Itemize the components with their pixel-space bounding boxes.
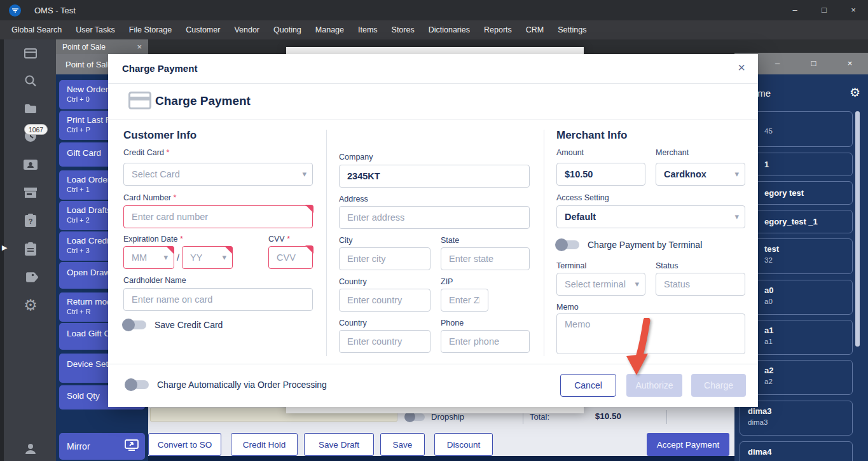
address-input[interactable] (339, 206, 530, 229)
cardholder-name-label: Cardholder Name (123, 276, 186, 285)
accept-payment-button[interactable]: Accept Payment (647, 433, 729, 456)
clipboard-question-icon[interactable]: ? (22, 212, 39, 230)
company-input[interactable] (339, 165, 530, 188)
status-input[interactable] (656, 273, 745, 296)
menu-global-search[interactable]: Global Search (4, 20, 69, 39)
store-icon[interactable] (22, 184, 39, 202)
country2-input[interactable] (339, 330, 431, 353)
status-strip (148, 456, 734, 461)
inner-restore-icon[interactable]: □ (796, 53, 832, 74)
minimize-icon[interactable]: – (780, 0, 809, 20)
chevron-down-icon: ▾ (734, 169, 739, 179)
menu-reports[interactable]: Reports (477, 20, 519, 39)
country-label: Country (339, 277, 367, 286)
toggle-track (123, 320, 146, 329)
status-label: Status (656, 261, 678, 270)
menu-user-tasks[interactable]: User Tasks (69, 20, 122, 39)
close-icon[interactable]: × (839, 0, 868, 20)
terminal-toggle[interactable]: Charge Payment by Terminal (556, 240, 702, 250)
clipboard-list-icon[interactable] (22, 240, 39, 258)
required-mark: * (287, 235, 290, 244)
toggle-track (556, 240, 579, 249)
sidebar-gear-icon[interactable]: ⚙ (850, 85, 860, 100)
tag-icon[interactable] (22, 268, 39, 286)
chevron-down-icon: ▾ (734, 212, 739, 221)
amount-label: Amount (556, 148, 584, 157)
menu-crm[interactable]: CRM (519, 20, 551, 39)
menu-vendor[interactable]: Vendor (227, 20, 266, 39)
save-draft-button[interactable]: Save Draft (304, 433, 374, 456)
card-number-wrap (123, 205, 313, 228)
menu-dictionaries[interactable]: Dictionaries (422, 20, 477, 39)
city-label: City (339, 236, 353, 245)
mirror-button[interactable]: Mirror (59, 433, 145, 460)
merchant-label: Merchant (656, 148, 689, 157)
folder-icon[interactable] (22, 100, 39, 118)
country-input[interactable] (339, 289, 431, 312)
chevron-down-icon: ▾ (635, 279, 639, 289)
total-label: Total: (530, 412, 549, 422)
amount-input[interactable] (556, 163, 645, 186)
windows-icon[interactable] (22, 45, 39, 62)
cardholder-name-input[interactable] (123, 288, 313, 311)
toggle-knob (125, 378, 137, 391)
cancel-button[interactable]: Cancel (560, 374, 616, 397)
merchant-select[interactable]: Cardknox ▾ (656, 163, 745, 186)
expiration-month-select[interactable]: MM ▾ (123, 246, 174, 269)
card-number-input[interactable] (123, 205, 313, 228)
save-button[interactable]: Save (380, 433, 425, 456)
chevron-down-icon: ▾ (302, 169, 307, 179)
company-label: Company (339, 153, 373, 162)
credit-card-select[interactable]: Select Card ▾ (123, 163, 313, 186)
sidebar-scrollbar[interactable] (855, 111, 860, 347)
zip-label: ZIP (441, 277, 453, 286)
menu-customer[interactable]: Customer (179, 20, 227, 39)
contact-card-icon[interactable] (22, 156, 39, 174)
tab-close-icon[interactable]: × (137, 42, 142, 52)
customer-info-column: Customer Info Credit Card * Select Card … (123, 54, 313, 407)
menu-items[interactable]: Items (351, 20, 385, 39)
gear-icon[interactable]: ⚙ (22, 296, 39, 314)
expiration-date-label: Expiration Date * (123, 235, 183, 244)
charge-button[interactable]: Charge (691, 374, 746, 397)
discount-button[interactable]: Discount (434, 433, 493, 456)
maximize-icon[interactable]: □ (809, 0, 839, 20)
app-logo-icon (9, 4, 21, 17)
search-icon[interactable] (22, 72, 39, 90)
task-count-badge: 1067 (24, 124, 48, 135)
tab-point-of-sale[interactable]: Point of Sale × (56, 39, 148, 54)
dropship-toggle[interactable]: Dropship (406, 412, 464, 422)
menu-stores[interactable]: Stores (385, 20, 422, 39)
state-input[interactable] (441, 247, 530, 270)
expand-panel-icon[interactable]: ▶ (2, 244, 7, 252)
merchant-info-heading: Merchant Info (556, 129, 627, 142)
terminal-label: Terminal (556, 261, 586, 270)
save-credit-card-toggle[interactable]: Save Credit Card (123, 320, 223, 330)
card-number-label: Card Number * (123, 193, 176, 202)
convert-to-so-button[interactable]: Convert to SO (148, 433, 221, 456)
user-icon[interactable] (22, 440, 39, 458)
category-tile[interactable]: dima4 (740, 441, 853, 461)
required-mark: * (180, 235, 183, 244)
title-bar: OMS - Test – □ × (0, 0, 868, 20)
access-setting-select[interactable]: Default ▾ (556, 205, 745, 228)
credit-hold-button[interactable]: Credit Hold (231, 433, 298, 456)
country2-label: Country (339, 319, 367, 327)
auto-charge-toggle[interactable]: Charge Automatically via Order Processin… (126, 380, 327, 390)
phone-input[interactable] (441, 330, 530, 353)
menu-quoting[interactable]: Quoting (266, 20, 308, 39)
city-input[interactable] (339, 247, 431, 270)
zip-input[interactable] (441, 289, 488, 312)
menu-file-storage[interactable]: File Storage (122, 20, 179, 39)
menu-settings[interactable]: Settings (551, 20, 593, 39)
required-mark: * (174, 193, 177, 202)
toggle-track (126, 380, 149, 389)
app-title: OMS - Test (34, 6, 76, 15)
expiration-year-select[interactable]: YY ▾ (182, 246, 233, 269)
divider (666, 410, 667, 424)
terminal-select[interactable]: Select terminal ▾ (556, 273, 645, 296)
menu-manage[interactable]: Manage (308, 20, 351, 39)
inner-close-icon[interactable]: × (832, 53, 868, 74)
inner-minimize-icon[interactable]: – (759, 53, 796, 74)
invalid-corner (166, 246, 174, 254)
